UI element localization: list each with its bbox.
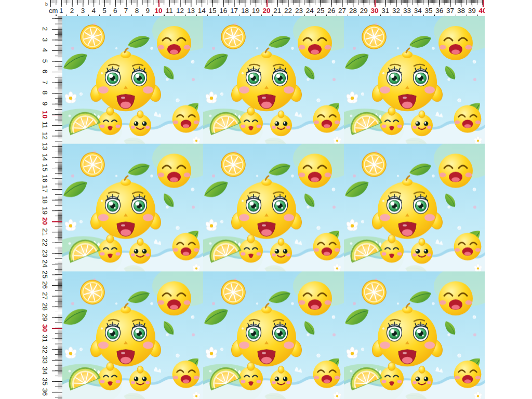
ruler-red-tick-top xyxy=(483,0,484,7)
ruler-number-left: 16 xyxy=(41,172,49,184)
ruler-number-top: 38 xyxy=(457,7,465,15)
ruler-number-left: 4 xyxy=(41,45,49,56)
ruler-number-left: 9 xyxy=(41,98,49,109)
ruler-number-top: 22 xyxy=(284,7,292,15)
ruler-number-left: 28 xyxy=(41,301,49,312)
ruler-number-left: 24 xyxy=(41,258,49,270)
ruler-number-left: 17 xyxy=(41,183,49,195)
ruler-number-top: 33 xyxy=(403,7,411,15)
ruler-number-top: 23 xyxy=(295,7,303,15)
ruler-number-left: 10 xyxy=(41,109,49,120)
top-ruler-mm-strip xyxy=(50,0,483,7)
ruler-number-top: 36 xyxy=(435,7,443,15)
ruler-red-tick-left xyxy=(52,115,62,116)
ruler-number-top: 5 xyxy=(102,7,107,15)
ruler-number-top: 30 xyxy=(370,7,378,15)
ruler-number-left: 26 xyxy=(41,280,49,291)
ruler-number-top: 35 xyxy=(424,7,432,15)
ruler-number-top: 18 xyxy=(241,7,249,15)
ruler-number-top: 31 xyxy=(381,7,389,15)
ruler-number-top: 20 xyxy=(262,7,270,15)
ruler-number-top: 25 xyxy=(316,7,324,15)
ruler-number-top: 6 xyxy=(113,7,117,15)
ruler-number-top: 27 xyxy=(338,7,346,15)
ruler-number-top: 4 xyxy=(91,7,96,15)
ruler-number-left: 15 xyxy=(41,162,49,174)
ruler-number-top: 7 xyxy=(124,7,128,15)
ruler-number-left: 8 xyxy=(41,87,49,99)
ruler-number-top: 3 xyxy=(81,7,85,15)
ruler-number-left: 34 xyxy=(41,365,49,376)
ruler-number-left: 22 xyxy=(41,237,49,248)
ruler-number-top: 1 xyxy=(59,7,63,15)
ruler-number-top: 26 xyxy=(327,7,335,15)
ruler-number-left: 27 xyxy=(41,290,49,302)
page: { "ruler": { "unit_label": "cm", "corner… xyxy=(0,0,532,399)
ruler-number-top: 8 xyxy=(135,7,139,15)
ruler-number-top: 19 xyxy=(252,7,260,15)
ruler-number-left: 6 xyxy=(41,66,49,77)
ruler-number-top: 21 xyxy=(273,7,281,15)
ruler-number-top: 13 xyxy=(187,7,195,15)
ruler-number-left: 2 xyxy=(41,23,49,35)
ruler-number-left: 7 xyxy=(41,76,49,88)
ruler-number-left: 36 xyxy=(41,387,49,398)
ruler-number-top: 10 xyxy=(154,7,162,15)
ruler-number-left: 18 xyxy=(41,194,49,205)
ruler-number-left: 32 xyxy=(41,343,49,355)
ruler-red-tick-left xyxy=(52,328,62,329)
ruler-red-tick-top xyxy=(158,0,159,7)
ruler-number-left: 23 xyxy=(41,247,49,259)
ruler-number-top: 9 xyxy=(145,7,150,15)
ruler-number-left: 12 xyxy=(41,130,49,141)
ruler-origin-mark: b xyxy=(45,2,48,7)
left-ruler-mm-strip xyxy=(52,16,62,399)
ruler-number-top: 32 xyxy=(392,7,400,15)
ruler-number-left: 5 xyxy=(41,55,49,66)
ruler-red-tick-top xyxy=(267,0,268,7)
ruler-number-top: 17 xyxy=(230,7,238,15)
ruler-number-top: 11 xyxy=(166,7,173,15)
ruler-red-tick-top xyxy=(375,0,376,7)
ruler-unit-label: cm xyxy=(49,7,58,15)
ruler-number-left: 30 xyxy=(41,322,49,334)
ruler-number-top: 24 xyxy=(306,7,314,15)
ruler-number-left: 14 xyxy=(41,151,49,163)
ruler-number-left: 25 xyxy=(41,269,49,280)
ruler-number-left: 20 xyxy=(41,216,49,227)
ruler-number-left: 35 xyxy=(41,376,49,387)
ruler-number-top: 40 xyxy=(478,7,485,15)
ruler-number-left: 33 xyxy=(41,354,49,366)
ruler-number-left: 29 xyxy=(41,312,49,323)
ruler-number-top: 16 xyxy=(219,7,227,15)
ruler-number-top: 39 xyxy=(468,7,476,15)
ruler-number-top: 37 xyxy=(446,7,454,15)
ruler-number-left: 3 xyxy=(41,34,49,45)
ruler-red-tick-left xyxy=(52,221,62,222)
ruler-number-top: 12 xyxy=(176,7,184,15)
lemon-pattern-svg xyxy=(62,16,485,399)
ruler-number-left: 13 xyxy=(41,141,49,152)
fabric-preview-image: b cm 12345678910111213141516171819202122… xyxy=(0,0,485,399)
fabric-print-image xyxy=(62,16,485,399)
ruler-number-top: 14 xyxy=(198,7,206,15)
ruler-number-left: 21 xyxy=(41,226,49,237)
ruler-number-top: 2 xyxy=(70,7,74,15)
ruler-number-left: 31 xyxy=(41,333,49,344)
ruler-number-left: 11 xyxy=(41,119,49,131)
ruler-number-top: 34 xyxy=(414,7,422,15)
ruler-number-top: 28 xyxy=(349,7,357,15)
ruler-number-left: 19 xyxy=(41,205,49,216)
ruler-number-top: 29 xyxy=(360,7,368,15)
ruler-number-top: 15 xyxy=(208,7,216,15)
